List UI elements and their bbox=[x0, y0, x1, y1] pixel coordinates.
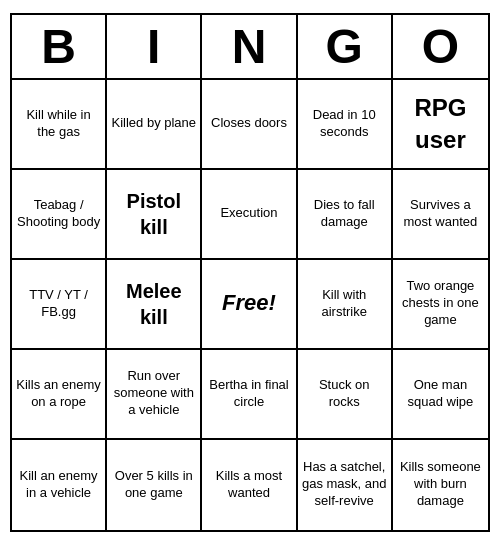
bingo-cell-14[interactable]: Two orange chests in one game bbox=[393, 260, 488, 350]
cell-text-3: Dead in 10 seconds bbox=[302, 107, 387, 141]
cell-text-24: Kills someone with burn damage bbox=[397, 459, 484, 510]
cell-text-9: Survives a most wanted bbox=[397, 197, 484, 231]
cell-text-18: Stuck on rocks bbox=[302, 377, 387, 411]
bingo-cell-8[interactable]: Dies to fall damage bbox=[298, 170, 393, 260]
cell-text-10: TTV / YT / FB.gg bbox=[16, 287, 101, 321]
bingo-cell-24[interactable]: Kills someone with burn damage bbox=[393, 440, 488, 530]
bingo-cell-11[interactable]: Melee kill bbox=[107, 260, 202, 350]
cell-text-6: Pistol kill bbox=[111, 188, 196, 240]
bingo-cell-23[interactable]: Has a satchel, gas mask, and self-revive bbox=[298, 440, 393, 530]
bingo-cell-22[interactable]: Kills a most wanted bbox=[202, 440, 297, 530]
bingo-cell-17[interactable]: Bertha in final circle bbox=[202, 350, 297, 440]
bingo-cell-19[interactable]: One man squad wipe bbox=[393, 350, 488, 440]
bingo-cell-15[interactable]: Kills an enemy on a rope bbox=[12, 350, 107, 440]
cell-text-21: Over 5 kills in one game bbox=[111, 468, 196, 502]
bingo-cell-6[interactable]: Pistol kill bbox=[107, 170, 202, 260]
bingo-cell-5[interactable]: Teabag / Shooting body bbox=[12, 170, 107, 260]
letter-o: O bbox=[393, 15, 488, 78]
letter-b: B bbox=[12, 15, 107, 78]
bingo-cell-2[interactable]: Closes doors bbox=[202, 80, 297, 170]
bingo-header: B I N G O bbox=[12, 15, 488, 80]
bingo-card: B I N G O Kill while in the gasKilled by… bbox=[10, 13, 490, 532]
cell-text-17: Bertha in final circle bbox=[206, 377, 291, 411]
bingo-grid: Kill while in the gasKilled by planeClos… bbox=[12, 80, 488, 530]
cell-text-22: Kills a most wanted bbox=[206, 468, 291, 502]
cell-text-5: Teabag / Shooting body bbox=[16, 197, 101, 231]
cell-text-2: Closes doors bbox=[211, 115, 287, 132]
bingo-cell-3[interactable]: Dead in 10 seconds bbox=[298, 80, 393, 170]
cell-text-7: Execution bbox=[220, 205, 277, 222]
cell-text-19: One man squad wipe bbox=[397, 377, 484, 411]
cell-text-11: Melee kill bbox=[111, 278, 196, 330]
cell-text-0: Kill while in the gas bbox=[16, 107, 101, 141]
cell-text-1: Killed by plane bbox=[112, 115, 197, 132]
cell-text-15: Kills an enemy on a rope bbox=[16, 377, 101, 411]
bingo-cell-10[interactable]: TTV / YT / FB.gg bbox=[12, 260, 107, 350]
bingo-cell-18[interactable]: Stuck on rocks bbox=[298, 350, 393, 440]
cell-text-23: Has a satchel, gas mask, and self-revive bbox=[302, 459, 387, 510]
letter-i: I bbox=[107, 15, 202, 78]
bingo-cell-21[interactable]: Over 5 kills in one game bbox=[107, 440, 202, 530]
bingo-cell-4[interactable]: RPG user bbox=[393, 80, 488, 170]
bingo-cell-9[interactable]: Survives a most wanted bbox=[393, 170, 488, 260]
bingo-cell-13[interactable]: Kill with airstrike bbox=[298, 260, 393, 350]
letter-n: N bbox=[202, 15, 297, 78]
bingo-cell-1[interactable]: Killed by plane bbox=[107, 80, 202, 170]
cell-text-16: Run over someone with a vehicle bbox=[111, 368, 196, 419]
bingo-cell-7[interactable]: Execution bbox=[202, 170, 297, 260]
cell-text-13: Kill with airstrike bbox=[302, 287, 387, 321]
cell-text-8: Dies to fall damage bbox=[302, 197, 387, 231]
cell-text-4: RPG user bbox=[397, 92, 484, 154]
cell-text-12: Free! bbox=[222, 289, 276, 318]
cell-text-14: Two orange chests in one game bbox=[397, 278, 484, 329]
bingo-cell-20[interactable]: Kill an enemy in a vehicle bbox=[12, 440, 107, 530]
bingo-cell-16[interactable]: Run over someone with a vehicle bbox=[107, 350, 202, 440]
cell-text-20: Kill an enemy in a vehicle bbox=[16, 468, 101, 502]
letter-g: G bbox=[298, 15, 393, 78]
bingo-cell-0[interactable]: Kill while in the gas bbox=[12, 80, 107, 170]
bingo-cell-12[interactable]: Free! bbox=[202, 260, 297, 350]
